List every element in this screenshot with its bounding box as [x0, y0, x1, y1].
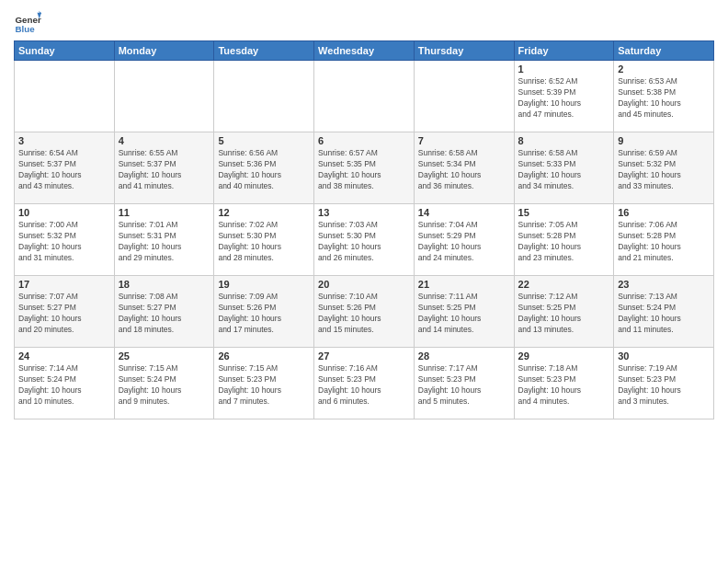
day-info: Sunrise: 7:11 AM Sunset: 5:25 PM Dayligh…: [418, 292, 510, 336]
day-info: Sunrise: 6:56 AM Sunset: 5:36 PM Dayligh…: [218, 148, 310, 192]
calendar-cell: 29Sunrise: 7:18 AM Sunset: 5:23 PM Dayli…: [514, 348, 614, 419]
day-info: Sunrise: 7:12 AM Sunset: 5:25 PM Dayligh…: [518, 292, 610, 336]
day-info: Sunrise: 7:03 AM Sunset: 5:30 PM Dayligh…: [318, 220, 410, 264]
day-number: 10: [18, 207, 110, 218]
header-cell: Thursday: [414, 41, 514, 61]
calendar-cell: 23Sunrise: 7:13 AM Sunset: 5:24 PM Dayli…: [614, 276, 714, 348]
header-cell: Saturday: [614, 41, 714, 61]
day-number: 18: [119, 279, 210, 290]
day-info: Sunrise: 7:04 AM Sunset: 5:29 PM Dayligh…: [418, 220, 510, 264]
day-info: Sunrise: 6:58 AM Sunset: 5:33 PM Dayligh…: [518, 148, 610, 192]
day-info: Sunrise: 6:53 AM Sunset: 5:38 PM Dayligh…: [618, 76, 710, 121]
day-number: 17: [18, 279, 110, 290]
day-info: Sunrise: 6:55 AM Sunset: 5:37 PM Dayligh…: [119, 148, 210, 192]
day-info: Sunrise: 7:02 AM Sunset: 5:30 PM Dayligh…: [218, 220, 310, 264]
calendar-cell: 11Sunrise: 7:01 AM Sunset: 5:31 PM Dayli…: [114, 204, 214, 276]
main-container: General Blue SundayMondayTuesdayWednesda…: [0, 0, 728, 424]
header-cell: Monday: [114, 41, 214, 61]
header-cell: Wednesday: [314, 41, 415, 61]
header-cell: Sunday: [15, 41, 115, 61]
day-number: 24: [18, 350, 110, 362]
day-number: 21: [418, 279, 510, 290]
day-info: Sunrise: 6:57 AM Sunset: 5:35 PM Dayligh…: [318, 148, 410, 192]
calendar-cell: 30Sunrise: 7:19 AM Sunset: 5:23 PM Dayli…: [614, 348, 714, 419]
header: General Blue: [14, 9, 714, 37]
day-number: 25: [119, 350, 210, 362]
calendar-cell: 25Sunrise: 7:15 AM Sunset: 5:24 PM Dayli…: [114, 348, 214, 419]
svg-text:Blue: Blue: [16, 24, 36, 34]
calendar-cell: 16Sunrise: 7:06 AM Sunset: 5:28 PM Dayli…: [614, 204, 714, 276]
day-number: 20: [318, 279, 410, 290]
day-info: Sunrise: 7:17 AM Sunset: 5:23 PM Dayligh…: [418, 363, 510, 408]
day-number: 16: [618, 207, 710, 218]
day-info: Sunrise: 6:54 AM Sunset: 5:37 PM Dayligh…: [18, 148, 110, 192]
calendar-cell: 28Sunrise: 7:17 AM Sunset: 5:23 PM Dayli…: [414, 348, 514, 419]
calendar-cell: 4Sunrise: 6:55 AM Sunset: 5:37 PM Daylig…: [114, 132, 214, 204]
calendar-week-row: 3Sunrise: 6:54 AM Sunset: 5:37 PM Daylig…: [15, 132, 714, 204]
calendar-week-row: 1Sunrise: 6:52 AM Sunset: 5:39 PM Daylig…: [15, 61, 714, 132]
header-cell: Tuesday: [214, 41, 314, 61]
calendar-cell: 10Sunrise: 7:00 AM Sunset: 5:32 PM Dayli…: [15, 204, 115, 276]
day-info: Sunrise: 7:05 AM Sunset: 5:28 PM Dayligh…: [518, 220, 610, 264]
calendar-cell: [314, 61, 415, 132]
calendar-week-row: 10Sunrise: 7:00 AM Sunset: 5:32 PM Dayli…: [15, 204, 714, 276]
calendar-cell: 19Sunrise: 7:09 AM Sunset: 5:26 PM Dayli…: [214, 276, 314, 348]
header-row: SundayMondayTuesdayWednesdayThursdayFrid…: [15, 41, 714, 61]
day-info: Sunrise: 6:59 AM Sunset: 5:32 PM Dayligh…: [618, 148, 710, 192]
day-number: 2: [618, 63, 710, 75]
calendar-cell: 20Sunrise: 7:10 AM Sunset: 5:26 PM Dayli…: [314, 276, 415, 348]
calendar-cell: 5Sunrise: 6:56 AM Sunset: 5:36 PM Daylig…: [214, 132, 314, 204]
calendar-cell: 22Sunrise: 7:12 AM Sunset: 5:25 PM Dayli…: [514, 276, 614, 348]
calendar-cell: [114, 61, 214, 132]
day-info: Sunrise: 7:16 AM Sunset: 5:23 PM Dayligh…: [318, 363, 410, 408]
calendar-cell: 3Sunrise: 6:54 AM Sunset: 5:37 PM Daylig…: [15, 132, 115, 204]
day-number: 15: [518, 207, 610, 218]
calendar-cell: 2Sunrise: 6:53 AM Sunset: 5:38 PM Daylig…: [614, 61, 714, 132]
calendar-week-row: 24Sunrise: 7:14 AM Sunset: 5:24 PM Dayli…: [15, 348, 714, 419]
calendar-cell: 26Sunrise: 7:15 AM Sunset: 5:23 PM Dayli…: [214, 348, 314, 419]
calendar-cell: 18Sunrise: 7:08 AM Sunset: 5:27 PM Dayli…: [114, 276, 214, 348]
calendar-cell: 12Sunrise: 7:02 AM Sunset: 5:30 PM Dayli…: [214, 204, 314, 276]
day-info: Sunrise: 6:58 AM Sunset: 5:34 PM Dayligh…: [418, 148, 510, 192]
day-info: Sunrise: 7:13 AM Sunset: 5:24 PM Dayligh…: [618, 292, 710, 336]
day-info: Sunrise: 7:07 AM Sunset: 5:27 PM Dayligh…: [18, 292, 110, 336]
day-info: Sunrise: 7:15 AM Sunset: 5:23 PM Dayligh…: [218, 363, 310, 408]
calendar-cell: 9Sunrise: 6:59 AM Sunset: 5:32 PM Daylig…: [614, 132, 714, 204]
calendar-header: SundayMondayTuesdayWednesdayThursdayFrid…: [15, 41, 714, 61]
day-info: Sunrise: 7:08 AM Sunset: 5:27 PM Dayligh…: [119, 292, 210, 336]
day-number: 26: [218, 350, 310, 362]
day-number: 30: [618, 350, 710, 362]
calendar-week-row: 17Sunrise: 7:07 AM Sunset: 5:27 PM Dayli…: [15, 276, 714, 348]
day-info: Sunrise: 7:09 AM Sunset: 5:26 PM Dayligh…: [218, 292, 310, 336]
day-number: 14: [418, 207, 510, 218]
day-number: 6: [318, 135, 410, 146]
day-number: 28: [418, 350, 510, 362]
calendar-cell: 7Sunrise: 6:58 AM Sunset: 5:34 PM Daylig…: [414, 132, 514, 204]
day-number: 13: [318, 207, 410, 218]
day-number: 3: [18, 135, 110, 146]
calendar-cell: 24Sunrise: 7:14 AM Sunset: 5:24 PM Dayli…: [15, 348, 115, 419]
calendar-cell: 8Sunrise: 6:58 AM Sunset: 5:33 PM Daylig…: [514, 132, 614, 204]
calendar-cell: 14Sunrise: 7:04 AM Sunset: 5:29 PM Dayli…: [414, 204, 514, 276]
day-info: Sunrise: 7:15 AM Sunset: 5:24 PM Dayligh…: [119, 363, 210, 408]
day-number: 7: [418, 135, 510, 146]
day-info: Sunrise: 6:52 AM Sunset: 5:39 PM Dayligh…: [518, 76, 610, 121]
day-number: 4: [119, 135, 210, 146]
day-number: 8: [518, 135, 610, 146]
calendar-table: SundayMondayTuesdayWednesdayThursdayFrid…: [14, 40, 714, 419]
calendar-cell: 13Sunrise: 7:03 AM Sunset: 5:30 PM Dayli…: [314, 204, 415, 276]
logo-icon: General Blue: [14, 9, 41, 37]
day-number: 12: [218, 207, 310, 218]
day-info: Sunrise: 7:10 AM Sunset: 5:26 PM Dayligh…: [318, 292, 410, 336]
logo: General Blue: [14, 9, 41, 37]
day-number: 23: [618, 279, 710, 290]
calendar-body: 1Sunrise: 6:52 AM Sunset: 5:39 PM Daylig…: [15, 61, 714, 419]
day-number: 5: [218, 135, 310, 146]
calendar-cell: 27Sunrise: 7:16 AM Sunset: 5:23 PM Dayli…: [314, 348, 415, 419]
day-info: Sunrise: 7:06 AM Sunset: 5:28 PM Dayligh…: [618, 220, 710, 264]
day-number: 27: [318, 350, 410, 362]
day-info: Sunrise: 7:14 AM Sunset: 5:24 PM Dayligh…: [18, 363, 110, 408]
calendar-cell: 6Sunrise: 6:57 AM Sunset: 5:35 PM Daylig…: [314, 132, 415, 204]
day-number: 22: [518, 279, 610, 290]
day-info: Sunrise: 7:19 AM Sunset: 5:23 PM Dayligh…: [618, 363, 710, 408]
